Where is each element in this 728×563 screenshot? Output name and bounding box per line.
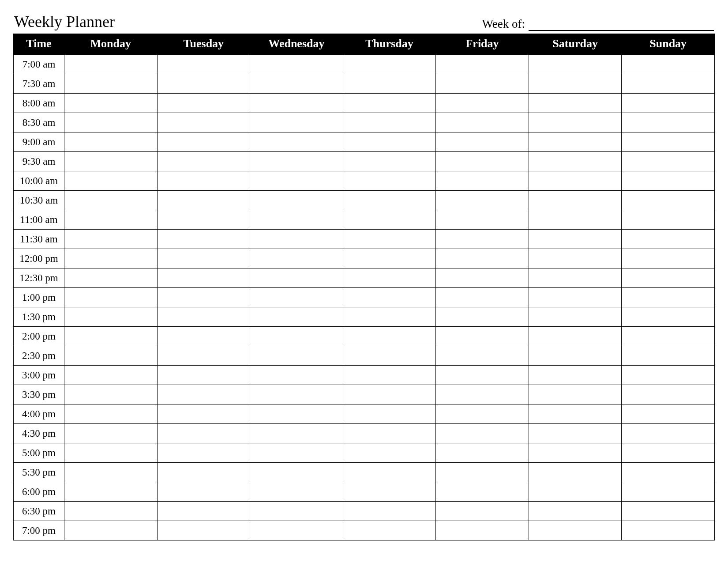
planner-cell[interactable] [250, 171, 343, 191]
planner-cell[interactable] [157, 404, 250, 424]
planner-cell[interactable] [343, 74, 436, 94]
planner-cell[interactable] [64, 482, 158, 502]
planner-cell[interactable] [622, 113, 715, 132]
planner-cell[interactable] [64, 74, 158, 94]
planner-cell[interactable] [157, 171, 250, 191]
planner-cell[interactable] [250, 463, 343, 482]
planner-cell[interactable] [622, 366, 715, 385]
planner-cell[interactable] [157, 230, 250, 249]
planner-cell[interactable] [64, 385, 158, 404]
planner-cell[interactable] [343, 502, 436, 521]
planner-cell[interactable] [250, 94, 343, 113]
planner-cell[interactable] [529, 346, 622, 366]
planner-cell[interactable] [64, 191, 158, 210]
planner-cell[interactable] [529, 443, 622, 463]
planner-cell[interactable] [250, 521, 343, 540]
planner-cell[interactable] [529, 210, 622, 230]
planner-cell[interactable] [529, 268, 622, 288]
planner-cell[interactable] [157, 463, 250, 482]
planner-cell[interactable] [529, 502, 622, 521]
planner-cell[interactable] [436, 404, 529, 424]
planner-cell[interactable] [529, 55, 622, 74]
planner-cell[interactable] [622, 443, 715, 463]
planner-cell[interactable] [343, 327, 436, 346]
planner-cell[interactable] [64, 171, 158, 191]
planner-cell[interactable] [622, 171, 715, 191]
planner-cell[interactable] [157, 55, 250, 74]
planner-cell[interactable] [529, 288, 622, 307]
planner-cell[interactable] [250, 327, 343, 346]
planner-cell[interactable] [622, 385, 715, 404]
planner-cell[interactable] [343, 132, 436, 152]
planner-cell[interactable] [436, 55, 529, 74]
planner-cell[interactable] [622, 482, 715, 502]
planner-cell[interactable] [622, 404, 715, 424]
planner-cell[interactable] [622, 191, 715, 210]
planner-cell[interactable] [436, 288, 529, 307]
planner-cell[interactable] [64, 132, 158, 152]
planner-cell[interactable] [436, 210, 529, 230]
planner-cell[interactable] [157, 268, 250, 288]
planner-cell[interactable] [436, 327, 529, 346]
planner-cell[interactable] [343, 521, 436, 540]
planner-cell[interactable] [436, 249, 529, 268]
planner-cell[interactable] [250, 424, 343, 443]
planner-cell[interactable] [436, 230, 529, 249]
planner-cell[interactable] [64, 55, 158, 74]
planner-cell[interactable] [343, 152, 436, 171]
planner-cell[interactable] [622, 307, 715, 327]
planner-cell[interactable] [250, 113, 343, 132]
planner-cell[interactable] [157, 288, 250, 307]
planner-cell[interactable] [622, 268, 715, 288]
planner-cell[interactable] [64, 327, 158, 346]
planner-cell[interactable] [529, 463, 622, 482]
planner-cell[interactable] [529, 152, 622, 171]
planner-cell[interactable] [343, 366, 436, 385]
planner-cell[interactable] [157, 327, 250, 346]
planner-cell[interactable] [64, 94, 158, 113]
planner-cell[interactable] [157, 210, 250, 230]
planner-cell[interactable] [343, 171, 436, 191]
planner-cell[interactable] [436, 385, 529, 404]
planner-cell[interactable] [250, 55, 343, 74]
planner-cell[interactable] [157, 191, 250, 210]
planner-cell[interactable] [622, 230, 715, 249]
planner-cell[interactable] [157, 307, 250, 327]
planner-cell[interactable] [64, 268, 158, 288]
planner-cell[interactable] [436, 94, 529, 113]
planner-cell[interactable] [250, 268, 343, 288]
planner-cell[interactable] [250, 346, 343, 366]
planner-cell[interactable] [157, 385, 250, 404]
planner-cell[interactable] [157, 74, 250, 94]
planner-cell[interactable] [343, 385, 436, 404]
planner-cell[interactable] [343, 249, 436, 268]
planner-cell[interactable] [529, 94, 622, 113]
planner-cell[interactable] [622, 74, 715, 94]
planner-cell[interactable] [343, 94, 436, 113]
planner-cell[interactable] [622, 463, 715, 482]
planner-cell[interactable] [250, 443, 343, 463]
planner-cell[interactable] [157, 366, 250, 385]
planner-cell[interactable] [157, 424, 250, 443]
planner-cell[interactable] [64, 443, 158, 463]
planner-cell[interactable] [622, 502, 715, 521]
planner-cell[interactable] [436, 268, 529, 288]
planner-cell[interactable] [436, 463, 529, 482]
planner-cell[interactable] [436, 152, 529, 171]
planner-cell[interactable] [157, 482, 250, 502]
planner-cell[interactable] [529, 521, 622, 540]
planner-cell[interactable] [436, 482, 529, 502]
planner-cell[interactable] [529, 404, 622, 424]
planner-cell[interactable] [622, 327, 715, 346]
planner-cell[interactable] [343, 404, 436, 424]
planner-cell[interactable] [250, 191, 343, 210]
planner-cell[interactable] [529, 385, 622, 404]
planner-cell[interactable] [157, 113, 250, 132]
planner-cell[interactable] [157, 94, 250, 113]
planner-cell[interactable] [529, 132, 622, 152]
planner-cell[interactable] [529, 74, 622, 94]
planner-cell[interactable] [622, 521, 715, 540]
planner-cell[interactable] [622, 152, 715, 171]
planner-cell[interactable] [250, 152, 343, 171]
planner-cell[interactable] [622, 346, 715, 366]
